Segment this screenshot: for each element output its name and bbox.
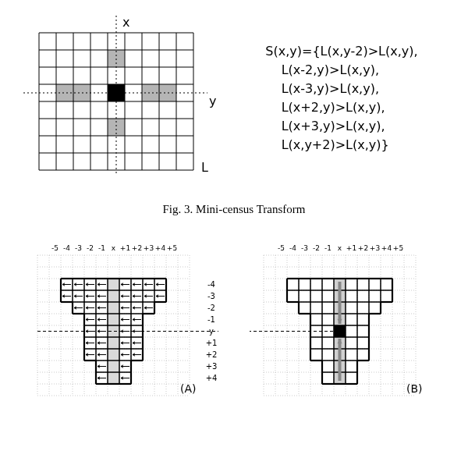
svg-rect-369 — [310, 302, 322, 314]
svg-text:+3: +3 — [144, 244, 154, 252]
svg-rect-350 — [287, 279, 299, 290]
svg-rect-367 — [381, 290, 392, 302]
svg-rect-395 — [322, 361, 334, 372]
svg-text:-1: -1 — [324, 244, 332, 252]
svg-rect-388 — [346, 337, 357, 349]
svg-rect-69 — [108, 279, 119, 290]
svg-rect-71 — [108, 302, 119, 314]
svg-rect-70 — [108, 290, 119, 302]
svg-rect-384 — [357, 325, 369, 337]
shape-diagram-b: -5-4-3-2-1x+1+2+3+4+5(B) — [250, 233, 445, 405]
grid-svg: xyL — [23, 16, 218, 187]
svg-rect-349 — [334, 325, 346, 337]
svg-text:+4: +4 — [381, 244, 392, 252]
svg-rect-375 — [310, 314, 322, 325]
svg-rect-383 — [346, 325, 357, 337]
svg-rect-368 — [299, 302, 310, 314]
formula-line: L(x-3,y)>L(x,y), — [250, 81, 379, 96]
svg-rect-398 — [322, 372, 334, 384]
formula-line: L(x+2,y)>L(x,y), — [250, 100, 385, 115]
svg-text:+4: +4 — [155, 244, 166, 252]
svg-text:+2: +2 — [206, 350, 218, 359]
svg-text:-5: -5 — [51, 244, 58, 252]
formula-line: L(x,y+2)>L(x,y)} — [250, 137, 389, 152]
svg-text:+1: +1 — [120, 244, 130, 252]
svg-text:+3: +3 — [206, 362, 218, 371]
svg-rect-360 — [299, 290, 310, 302]
svg-rect-370 — [322, 302, 334, 314]
svg-rect-400 — [346, 372, 357, 384]
svg-rect-394 — [357, 349, 369, 361]
svg-text:(A): (A) — [180, 382, 197, 395]
svg-text:-3: -3 — [301, 244, 308, 252]
svg-text:+4: +4 — [206, 374, 218, 382]
svg-rect-365 — [357, 290, 369, 302]
svg-rect-386 — [322, 337, 334, 349]
svg-text:+2: +2 — [132, 244, 142, 252]
svg-rect-76 — [108, 361, 119, 372]
svg-text:-4: -4 — [63, 244, 70, 252]
svg-text:-1: -1 — [98, 244, 105, 252]
svg-rect-352 — [310, 279, 322, 290]
svg-rect-378 — [346, 314, 357, 325]
svg-text:-3: -3 — [75, 244, 82, 252]
svg-text:-1: -1 — [207, 315, 215, 324]
svg-text:-3: -3 — [207, 292, 215, 300]
svg-text:-4: -4 — [289, 244, 296, 252]
svg-rect-77 — [108, 372, 119, 384]
svg-text:x: x — [122, 16, 129, 30]
svg-text:L: L — [201, 160, 208, 175]
svg-rect-373 — [357, 302, 369, 314]
svg-text:-2: -2 — [207, 304, 215, 312]
shape-diagram-a: -5-4-3-2-1x+1+2+3+4+5-4-3-2-1y+1+2+3+4(A… — [23, 233, 218, 405]
svg-rect-74 — [108, 337, 119, 349]
mini-census-grid: xyL — [23, 16, 218, 187]
svg-rect-353 — [322, 279, 334, 290]
formula-line: L(x+3,y)>L(x,y), — [250, 119, 385, 133]
svg-rect-359 — [287, 290, 299, 302]
svg-text:x: x — [112, 244, 116, 252]
svg-text:(B): (B) — [406, 382, 423, 395]
figure-caption: Fig. 3. Mini-census Transform — [23, 203, 445, 216]
svg-text:-2: -2 — [87, 244, 94, 252]
svg-rect-397 — [346, 361, 357, 372]
svg-rect-356 — [357, 279, 369, 290]
svg-text:y: y — [209, 327, 214, 336]
svg-text:-2: -2 — [313, 244, 320, 252]
formula-line: S(x,y)={L(x,y-2)>L(x,y), — [265, 44, 417, 59]
svg-rect-75 — [108, 349, 119, 361]
svg-rect-393 — [346, 349, 357, 361]
svg-text:+5: +5 — [167, 244, 177, 252]
svg-rect-379 — [357, 314, 369, 325]
svg-rect-391 — [322, 349, 334, 361]
shape-b-svg: -5-4-3-2-1x+1+2+3+4+5(B) — [250, 233, 445, 405]
svg-rect-389 — [357, 337, 369, 349]
svg-text:-4: -4 — [207, 280, 215, 289]
svg-rect-376 — [322, 314, 334, 325]
svg-rect-364 — [346, 290, 357, 302]
svg-text:+3: +3 — [370, 244, 380, 252]
svg-rect-385 — [310, 337, 322, 349]
svg-rect-355 — [346, 279, 357, 290]
formula-line: L(x-2,y)>L(x,y), — [250, 62, 379, 77]
svg-rect-351 — [299, 279, 310, 290]
svg-text:+1: +1 — [206, 339, 218, 347]
svg-text:y: y — [209, 94, 216, 108]
svg-rect-390 — [310, 349, 322, 361]
svg-text:-5: -5 — [278, 244, 285, 252]
svg-text:+5: +5 — [393, 244, 403, 252]
svg-rect-374 — [369, 302, 381, 314]
svg-text:+2: +2 — [358, 244, 368, 252]
svg-rect-357 — [369, 279, 381, 290]
svg-rect-366 — [369, 290, 381, 302]
svg-text:+1: +1 — [346, 244, 356, 252]
svg-rect-358 — [381, 279, 392, 290]
formula-block: S(x,y)={L(x,y-2)>L(x,y), L(x-2,y)>L(x,y)… — [250, 23, 418, 173]
shape-a-svg: -5-4-3-2-1x+1+2+3+4+5-4-3-2-1y+1+2+3+4(A… — [23, 233, 218, 405]
svg-rect-362 — [322, 290, 334, 302]
svg-rect-372 — [346, 302, 357, 314]
svg-rect-361 — [310, 290, 322, 302]
svg-text:x: x — [338, 244, 342, 252]
svg-rect-72 — [108, 314, 119, 325]
